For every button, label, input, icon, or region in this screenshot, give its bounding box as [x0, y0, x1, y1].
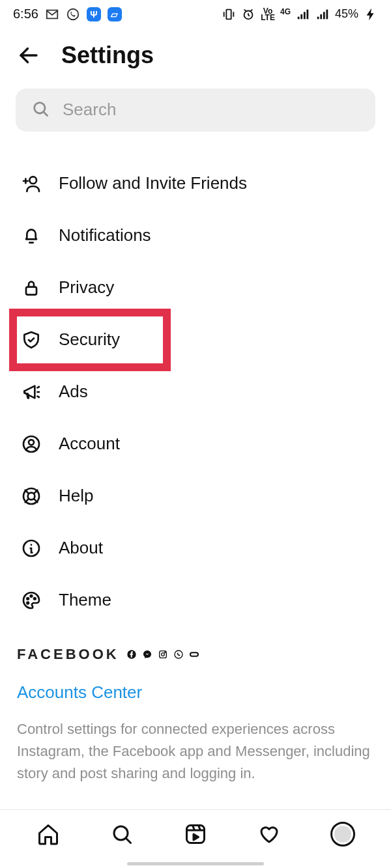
- accounts-center-description: Control settings for connected experienc…: [17, 718, 374, 785]
- nav-search[interactable]: [105, 817, 139, 851]
- menu-item-privacy[interactable]: Privacy: [4, 262, 387, 314]
- menu-label: Security: [59, 329, 120, 350]
- svg-point-0: [68, 9, 79, 20]
- bell-icon: [20, 224, 43, 247]
- person-plus-icon: [20, 172, 43, 195]
- nav-profile[interactable]: [326, 817, 360, 851]
- svg-point-22: [27, 602, 29, 604]
- search-box[interactable]: [16, 89, 375, 132]
- menu-label: Theme: [59, 590, 111, 610]
- vibrate-icon: [222, 7, 236, 21]
- menu-label: Follow and Invite Friends: [59, 173, 247, 193]
- menu-label: Privacy: [59, 277, 114, 298]
- volte-icon: VoLTE: [261, 8, 275, 21]
- menu-label: Help: [59, 486, 93, 506]
- menu-item-help[interactable]: Help: [4, 470, 387, 522]
- info-icon: [20, 537, 43, 560]
- svg-rect-3: [298, 17, 300, 20]
- status-bar-left: 6:56 Ψ ▱: [13, 7, 122, 21]
- menu-item-follow-invite[interactable]: Follow and Invite Friends: [4, 158, 387, 210]
- svg-rect-9: [323, 12, 325, 19]
- menu-item-account[interactable]: Account: [4, 418, 387, 470]
- search-container: [0, 89, 391, 158]
- svg-point-19: [27, 598, 29, 600]
- app-badge-icon: ▱: [108, 7, 122, 21]
- svg-rect-13: [26, 287, 36, 295]
- facebook-brand-label: FACEBOOK: [17, 646, 119, 663]
- nav-home[interactable]: [31, 817, 65, 851]
- status-bar: 6:56 Ψ ▱ VoLTE 4G 45%: [0, 0, 391, 29]
- signal-2-icon: [315, 7, 330, 21]
- search-input[interactable]: [63, 100, 360, 120]
- network-4g-icon: 4G: [280, 8, 291, 15]
- usb-icon: Ψ: [87, 7, 101, 21]
- oculus-icon: [188, 649, 200, 660]
- whatsapp-icon: [66, 7, 80, 21]
- svg-point-25: [161, 653, 164, 656]
- nav-activity[interactable]: [252, 817, 286, 851]
- svg-rect-6: [306, 10, 308, 20]
- brand-app-icons: [126, 649, 200, 660]
- menu-label: About: [59, 538, 103, 558]
- nav-reels[interactable]: [179, 817, 212, 851]
- svg-rect-7: [317, 17, 319, 20]
- accounts-center-link[interactable]: Accounts Center: [17, 682, 374, 703]
- svg-rect-8: [320, 14, 322, 19]
- svg-point-12: [29, 176, 36, 184]
- svg-point-26: [164, 652, 165, 652]
- menu-item-ads[interactable]: Ads: [4, 366, 387, 418]
- back-button[interactable]: [16, 42, 42, 68]
- svg-rect-5: [304, 12, 306, 19]
- svg-rect-28: [190, 652, 198, 656]
- svg-point-21: [34, 598, 36, 600]
- user-circle-icon: [20, 432, 43, 456]
- search-icon: [31, 100, 50, 120]
- menu-item-theme[interactable]: Theme: [4, 574, 387, 626]
- lock-icon: [20, 276, 43, 300]
- palette-icon: [20, 589, 43, 612]
- facebook-icon: [126, 649, 138, 660]
- charging-icon: [364, 7, 378, 21]
- svg-point-20: [31, 595, 33, 597]
- menu-item-notifications[interactable]: Notifications: [4, 210, 387, 262]
- svg-rect-4: [300, 14, 302, 19]
- battery-percentage: 45%: [335, 7, 358, 21]
- avatar-icon: [330, 822, 355, 847]
- home-indicator: [127, 862, 264, 866]
- svg-rect-10: [326, 10, 328, 20]
- svg-point-15: [29, 440, 34, 445]
- megaphone-icon: [20, 380, 43, 404]
- menu-item-security[interactable]: Security: [4, 314, 387, 366]
- lifebuoy-icon: [20, 484, 43, 508]
- menu-label: Notifications: [59, 225, 151, 245]
- menu-label: Account: [59, 434, 120, 454]
- shield-check-icon: [20, 328, 43, 352]
- menu-item-about[interactable]: About: [4, 522, 387, 574]
- gmail-icon: [45, 7, 59, 21]
- settings-menu: Follow and Invite Friends Notifications …: [0, 158, 391, 626]
- svg-rect-1: [227, 10, 231, 20]
- app-header: Settings: [0, 29, 391, 89]
- messenger-icon: [141, 649, 153, 660]
- status-bar-right: VoLTE 4G 45%: [222, 7, 378, 21]
- bottom-nav: [0, 810, 391, 861]
- status-time: 6:56: [13, 7, 38, 21]
- page-title: Settings: [61, 42, 154, 69]
- alarm-icon: [241, 7, 255, 21]
- instagram-icon: [157, 649, 169, 660]
- whatsapp-brand-icon: [173, 649, 184, 660]
- menu-label: Ads: [59, 382, 88, 402]
- svg-rect-30: [186, 825, 204, 843]
- facebook-section: FACEBOOK Accounts Center Control setting…: [0, 626, 391, 798]
- signal-1-icon: [296, 7, 310, 21]
